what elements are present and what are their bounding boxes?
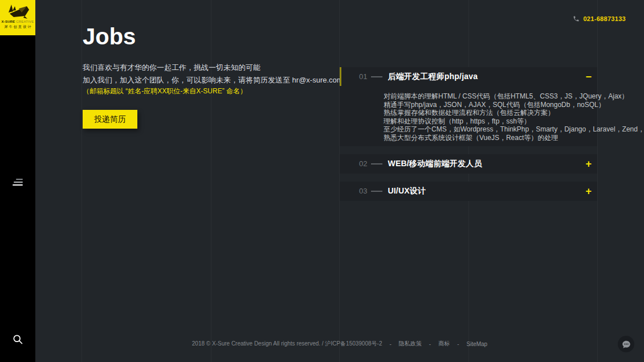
- title-dash: [371, 76, 382, 77]
- sidebar: X-SURE CREATIVE 犀牛创意设计: [0, 0, 35, 362]
- footer-link-trademark[interactable]: 商标: [438, 340, 450, 348]
- grid-line: [211, 0, 211, 362]
- expand-plus-icon[interactable]: +: [585, 186, 592, 196]
- footer-separator: -: [389, 341, 391, 347]
- logo[interactable]: X-SURE CREATIVE 犀牛创意设计: [0, 0, 35, 35]
- logo-chinese: 犀牛创意设计: [0, 24, 35, 30]
- job-title: WEB/移动端前端开发人员: [388, 159, 482, 169]
- job-accordion: 01 后端开发工程师php/java − 对前端脚本的理解HTML / CSS代…: [340, 67, 597, 201]
- jobs-page: X-SURE CREATIVE 犀牛创意设计 021-68873133 Jobs…: [0, 0, 644, 362]
- job-detail-line: 理解和处理协议控制（http，https，ftp，ssh等）: [384, 117, 586, 126]
- email-naming-note: （邮箱标题以 “姓名-应聘XX职位-来自X-SURE” 命名）: [83, 87, 247, 96]
- job-item-01: 01 后端开发工程师php/java − 对前端脚本的理解HTML / CSS代…: [340, 67, 597, 146]
- chat-button[interactable]: [618, 336, 634, 352]
- footer-separator: -: [457, 341, 459, 347]
- intro-text: 我们喜欢与有才华的你一起工作，挑战一切未知的可能 加入我们，加入这个团队，你，可…: [83, 61, 343, 87]
- job-title: 后端开发工程师php/java: [388, 72, 478, 82]
- grid-line: [597, 0, 598, 362]
- job-detail-line: 对前端脚本的理解HTML / CSS代码（包括HTML5、CSS3，JS，JQu…: [384, 92, 586, 101]
- job-header-02[interactable]: 02 WEB/移动端前端开发人员 +: [340, 154, 597, 173]
- footer-separator: -: [429, 341, 431, 347]
- page-title: Jobs: [83, 24, 136, 50]
- logo-name: X-SURE: [2, 20, 15, 23]
- job-header-03[interactable]: 03 UI/UX设计 +: [340, 182, 597, 200]
- footer: 2018 © X-Sure Creative Design All rights…: [35, 340, 644, 348]
- intro-line-2: 加入我们，加入这个团队，你，可以影响未来，请将简历发送至 hr@x-sure.c…: [83, 74, 343, 87]
- submit-resume-button[interactable]: 投递简历: [83, 110, 137, 129]
- footer-link-privacy[interactable]: 隐私政策: [399, 340, 422, 348]
- phone-icon: [573, 15, 580, 22]
- job-detail-line: 熟练掌握存储和数据处理流程和方法（包括云解决方案）: [384, 109, 586, 117]
- job-number: 01: [359, 72, 367, 81]
- job-item-02: 02 WEB/移动端前端开发人员 +: [340, 154, 597, 174]
- job-item-03: 03 UI/UX设计 +: [340, 182, 597, 201]
- copyright-text: 2018 © X-Sure Creative Design All rights…: [192, 340, 382, 348]
- job-number: 02: [359, 159, 367, 168]
- phone-contact[interactable]: 021-68873133: [573, 15, 626, 22]
- collapse-minus-icon[interactable]: −: [585, 72, 592, 82]
- job-title: UI/UX设计: [388, 186, 426, 196]
- chat-bubble-icon: [621, 339, 631, 349]
- expand-plus-icon[interactable]: +: [585, 159, 592, 169]
- footer-link-sitemap[interactable]: SiteMap: [466, 341, 487, 347]
- hamburger-icon: [13, 179, 23, 186]
- search-icon: [12, 334, 24, 345]
- grid-line: [81, 0, 82, 362]
- job-header-01[interactable]: 01 后端开发工程师php/java −: [340, 67, 597, 86]
- title-dash: [371, 163, 382, 164]
- menu-button[interactable]: [0, 172, 35, 192]
- intro-line-1: 我们喜欢与有才华的你一起工作，挑战一切未知的可能: [83, 61, 343, 74]
- title-dash: [371, 191, 382, 192]
- rhino-logo-icon: [5, 2, 30, 19]
- logo-name-suffix: CREATIVE: [16, 20, 34, 23]
- job-number: 03: [359, 187, 367, 195]
- search-button[interactable]: [0, 330, 35, 351]
- job-details: 对前端脚本的理解HTML / CSS代码（包括HTML5、CSS3，JS，JQu…: [340, 86, 597, 146]
- logo-wordmark: X-SURE CREATIVE: [0, 20, 35, 23]
- job-detail-line: 至少经历了一个CMS，如Wordpress，ThinkPhp，Smarty，Dj…: [384, 125, 586, 134]
- job-detail-line: 精通手写php/java，JSON，AJAX，SQL代码（包括MongoDb，n…: [384, 101, 586, 109]
- phone-number: 021-68873133: [583, 15, 626, 22]
- job-detail-line: 熟悉大型分布式系统设计框架（VueJS，React等）的处理: [384, 134, 586, 142]
